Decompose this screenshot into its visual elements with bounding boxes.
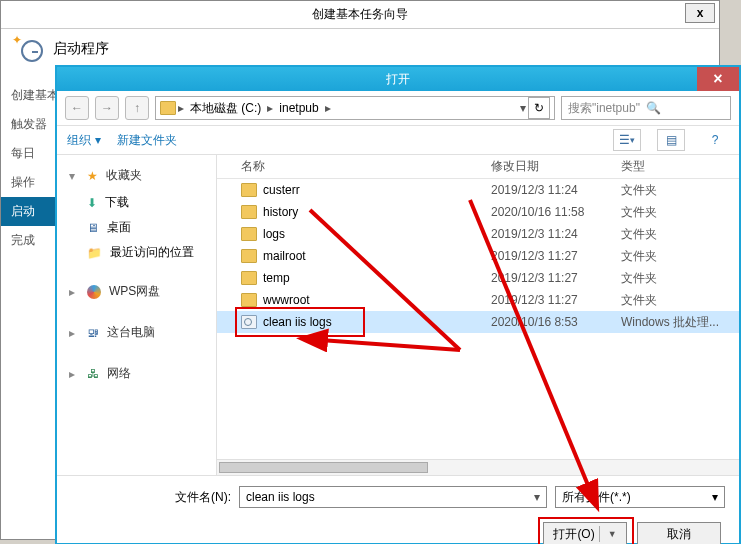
file-type: 文件夹 — [621, 248, 739, 265]
filename-label: 文件名(N): — [71, 489, 231, 506]
wizard-subheader: ✦ 启动程序 — [1, 29, 719, 69]
col-date[interactable]: 修改日期 — [491, 158, 621, 175]
download-icon: ⬇ — [87, 196, 97, 210]
file-name: clean iis logs — [263, 315, 332, 329]
chevron-right-icon: ▸ — [267, 101, 273, 115]
file-date: 2020/10/16 11:58 — [491, 205, 621, 219]
col-name[interactable]: 名称 — [241, 158, 491, 175]
file-date: 2020/10/16 8:53 — [491, 315, 621, 329]
toolbar: 组织 ▾ 新建文件夹 ☰ ▾ ▤ ? — [57, 125, 739, 155]
computer-icon: 🖳 — [87, 326, 99, 340]
column-headers: 名称 修改日期 类型 — [217, 155, 739, 179]
file-type: 文件夹 — [621, 270, 739, 287]
file-list: 名称 修改日期 类型 custerr2019/12/3 11:24文件夹hist… — [217, 155, 739, 475]
cancel-button[interactable]: 取消 — [637, 522, 721, 544]
folder-icon — [241, 249, 257, 263]
file-row[interactable]: temp2019/12/3 11:27文件夹 — [217, 267, 739, 289]
star-icon: ★ — [87, 169, 98, 183]
tree-desktop[interactable]: 🖥 桌面 — [57, 215, 216, 240]
wps-icon — [87, 285, 101, 299]
chevron-right-icon: ▸ — [69, 285, 79, 299]
file-type: 文件夹 — [621, 292, 739, 309]
organize-menu[interactable]: 组织 ▾ — [67, 132, 101, 149]
tree-downloads[interactable]: ⬇ 下载 — [57, 190, 216, 215]
drive-icon — [160, 101, 176, 115]
chevron-down-icon: ▾ — [69, 169, 79, 183]
recent-icon: 📁 — [87, 246, 102, 260]
dialog-title: 打开 — [386, 71, 410, 88]
breadcrumb-drive[interactable]: 本地磁盘 (C:) — [186, 100, 265, 117]
file-row[interactable]: wwwroot2019/12/3 11:27文件夹 — [217, 289, 739, 311]
file-rows: custerr2019/12/3 11:24文件夹history2020/10/… — [217, 179, 739, 459]
folder-icon — [241, 293, 257, 307]
tree-favorites[interactable]: ▾ ★ 收藏夹 — [57, 161, 216, 190]
chevron-down-icon: ▾ — [95, 133, 101, 147]
open-file-dialog: 打开 × ← → ↑ ▸ 本地磁盘 (C:) ▸ inetpub ▸ ▾ ↻ 搜… — [56, 66, 740, 544]
nav-back-button[interactable]: ← — [65, 96, 89, 120]
file-type: 文件夹 — [621, 182, 739, 199]
file-date: 2019/12/3 11:24 — [491, 227, 621, 241]
file-name: custerr — [263, 183, 300, 197]
dialog-close-button[interactable]: × — [697, 67, 739, 91]
file-row[interactable]: clean iis logs2020/10/16 8:53Windows 批处理… — [217, 311, 739, 333]
file-date: 2019/12/3 11:27 — [491, 271, 621, 285]
file-date: 2019/12/3 11:24 — [491, 183, 621, 197]
file-row[interactable]: mailroot2019/12/3 11:27文件夹 — [217, 245, 739, 267]
preview-pane-button[interactable]: ▤ — [657, 129, 685, 151]
horizontal-scrollbar[interactable] — [217, 459, 739, 475]
search-input[interactable]: 搜索"inetpub" 🔍 — [561, 96, 731, 120]
file-row[interactable]: logs2019/12/3 11:24文件夹 — [217, 223, 739, 245]
folder-icon — [241, 205, 257, 219]
file-type: 文件夹 — [621, 204, 739, 221]
open-button[interactable]: 打开(O) ▼ — [543, 522, 627, 544]
breadcrumb-dropdown-icon[interactable]: ▾ — [520, 101, 526, 115]
file-name: wwwroot — [263, 293, 310, 307]
chevron-right-icon: ▸ — [69, 367, 79, 381]
help-button[interactable]: ? — [701, 129, 729, 151]
folder-icon — [241, 227, 257, 241]
wizard-close-button[interactable]: x — [685, 3, 715, 23]
file-row[interactable]: history2020/10/16 11:58文件夹 — [217, 201, 739, 223]
address-bar: ← → ↑ ▸ 本地磁盘 (C:) ▸ inetpub ▸ ▾ ↻ 搜索"ine… — [57, 91, 739, 125]
tree-wps[interactable]: ▸ WPS网盘 — [57, 277, 216, 306]
chevron-right-icon: ▸ — [178, 101, 184, 115]
batch-file-icon — [241, 315, 257, 329]
file-type: Windows 批处理... — [621, 314, 739, 331]
tree-network[interactable]: ▸ 🖧 网络 — [57, 359, 216, 388]
chevron-down-icon: ▾ — [712, 490, 718, 504]
breadcrumb[interactable]: ▸ 本地磁盘 (C:) ▸ inetpub ▸ ▾ ↻ — [155, 96, 555, 120]
file-name: history — [263, 205, 298, 219]
search-icon: 🔍 — [646, 101, 661, 115]
network-icon: 🖧 — [87, 367, 99, 381]
wizard-titlebar: 创建基本任务向导 x — [1, 1, 719, 29]
desktop-icon: 🖥 — [87, 221, 99, 235]
search-placeholder: 搜索"inetpub" — [568, 100, 640, 117]
file-type: 文件夹 — [621, 226, 739, 243]
filename-input[interactable]: clean iis logs ▾ — [239, 486, 547, 508]
breadcrumb-folder[interactable]: inetpub — [275, 101, 322, 115]
chevron-down-icon[interactable]: ▾ — [534, 490, 540, 504]
file-row[interactable]: custerr2019/12/3 11:24文件夹 — [217, 179, 739, 201]
chevron-right-icon: ▸ — [69, 326, 79, 340]
file-date: 2019/12/3 11:27 — [491, 249, 621, 263]
col-type[interactable]: 类型 — [621, 158, 739, 175]
nav-up-button[interactable]: ↑ — [125, 96, 149, 120]
open-dropdown-icon[interactable]: ▼ — [608, 529, 617, 539]
scheduled-task-icon: ✦ — [15, 36, 43, 62]
refresh-button[interactable]: ↻ — [528, 97, 550, 119]
file-name: logs — [263, 227, 285, 241]
dialog-bottom: 文件名(N): clean iis logs ▾ 所有文件(*.*) ▾ 打开(… — [57, 475, 739, 544]
nav-forward-button[interactable]: → — [95, 96, 119, 120]
tree-this-pc[interactable]: ▸ 🖳 这台电脑 — [57, 318, 216, 347]
folder-icon — [241, 183, 257, 197]
folder-icon — [241, 271, 257, 285]
file-type-filter[interactable]: 所有文件(*.*) ▾ — [555, 486, 725, 508]
tree-recent[interactable]: 📁 最近访问的位置 — [57, 240, 216, 265]
file-date: 2019/12/3 11:27 — [491, 293, 621, 307]
dialog-titlebar: 打开 × — [57, 67, 739, 91]
view-mode-button[interactable]: ☰ ▾ — [613, 129, 641, 151]
file-name: mailroot — [263, 249, 306, 263]
chevron-right-icon: ▸ — [325, 101, 331, 115]
navigation-tree: ▾ ★ 收藏夹 ⬇ 下载 🖥 桌面 📁 最近访问的位置 ▸ WPS网盘 — [57, 155, 217, 475]
new-folder-button[interactable]: 新建文件夹 — [117, 132, 177, 149]
